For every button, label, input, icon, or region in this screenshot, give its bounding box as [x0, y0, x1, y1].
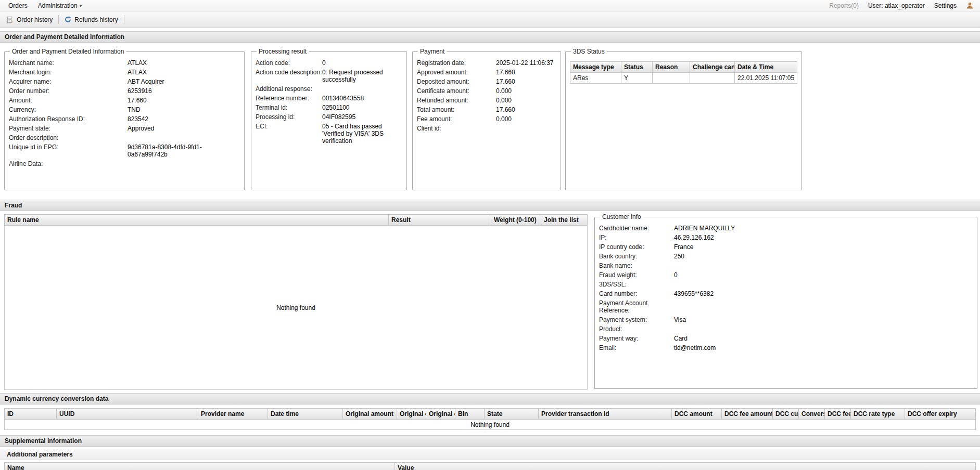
column-header: UUID: [57, 409, 198, 419]
column-header: DCC curr: [773, 409, 799, 419]
empty-message: Nothing found: [470, 421, 510, 428]
table-header-row: Name Value: [4, 462, 976, 470]
field-row: Order number:6253916: [9, 87, 240, 95]
tds-status-legend: 3DS Status: [571, 48, 607, 55]
field-label: Total amount:: [417, 106, 496, 113]
field-label: Deposited amount:: [417, 78, 496, 85]
page-title: Order and Payment Detailed Information: [5, 33, 124, 41]
column-header: DCC fee: [825, 409, 851, 419]
field-row: Fee amount:0.000: [417, 115, 556, 123]
field-value: 6253916: [128, 87, 240, 95]
field-value: 0.000: [496, 97, 556, 104]
history-tabbar: Order history Refunds history: [0, 11, 980, 28]
field-row: Product:: [599, 325, 973, 333]
field-row: Approved amount:17.660: [417, 69, 556, 76]
field-label: Payment system:: [599, 316, 674, 323]
current-user-label: User: atlax_operator: [868, 2, 925, 9]
field-row: Payment way:Card: [599, 335, 973, 342]
field-value: 46.29.126.162: [674, 234, 973, 241]
field-row: Merchant login:ATLAX: [9, 69, 240, 76]
field-label: Bank name:: [599, 262, 674, 269]
processing-result-legend: Processing result: [257, 48, 309, 55]
additional-parameters-table: Name Value: [4, 462, 976, 470]
column-header: State: [485, 409, 539, 419]
field-label: Authorization Response ID:: [9, 115, 128, 123]
customer-info-panel: Customer info Cardholder name:ADRIEN MAR…: [594, 213, 977, 389]
column-header: Weight (0-100): [491, 215, 541, 225]
menubar-right: Reports(0) User: atlax_operator Settings: [829, 2, 977, 9]
menu-administration-label: Administration: [38, 2, 78, 9]
fraud-table: Rule name Result Weight (0-100) Join the…: [4, 214, 588, 390]
field-label: Additional response:: [256, 85, 322, 93]
field-row: Action code:0: [256, 59, 402, 67]
user-icon[interactable]: [966, 2, 974, 9]
field-value: ATLAX: [128, 69, 240, 76]
column-header: DCC fee amount: [722, 409, 773, 419]
processing-result-panel: Processing result Action code:0 Action c…: [251, 48, 407, 190]
field-row: IP:46.29.126.162: [599, 234, 973, 241]
field-value: 0: [674, 271, 973, 279]
field-label: IP country code:: [599, 243, 674, 251]
fraud-area: Rule name Result Weight (0-100) Join the…: [0, 211, 980, 393]
field-value: 05 - Card has passed 'Verified by VISA' …: [322, 123, 402, 145]
field-label: Product:: [599, 325, 674, 333]
menu-administration[interactable]: Administration ▾: [33, 0, 87, 11]
top-menubar: Orders Administration ▾ Reports(0) User:…: [0, 0, 980, 11]
field-value: ATLAX: [128, 59, 240, 67]
field-value: TND: [128, 106, 240, 113]
field-row: Currency:TND: [9, 106, 240, 113]
cell-message-type: ARes: [570, 73, 621, 83]
field-row: Payment Account Reference:: [599, 299, 973, 314]
fraud-section-title: Fraud: [5, 202, 22, 209]
field-value: 439655**6382: [674, 290, 973, 297]
column-header: Join the list: [541, 215, 587, 225]
field-row: Client id:: [417, 125, 556, 132]
column-header: ID: [5, 409, 57, 419]
column-header: DCC amount: [672, 409, 722, 419]
field-row: Unique id in EPG:9d36781a-8308-4dfd-9fd1…: [9, 143, 240, 158]
field-label: ECI:: [256, 123, 322, 130]
field-label: Action code description:: [256, 69, 322, 76]
field-value: 0: Request processed successfully: [322, 69, 402, 83]
field-value: Visa: [674, 316, 973, 323]
tab-order-history[interactable]: Order history: [2, 14, 57, 25]
column-header: Provider transaction id: [539, 409, 672, 419]
field-row: Airline Data:: [9, 160, 240, 167]
column-header: Conversi: [799, 409, 825, 419]
column-header: Provider name: [198, 409, 268, 419]
table-header-row: Message type Status Reason Challenge can…: [570, 61, 797, 73]
cell-date-time: 22.01.2025 11:07:05: [735, 73, 797, 83]
tab-refunds-history-label: Refunds history: [74, 16, 118, 23]
field-label: Cardholder name:: [599, 225, 674, 232]
column-header: Original c: [426, 409, 455, 419]
column-header: Date & Time: [735, 62, 797, 72]
column-header: Bin: [455, 409, 485, 419]
field-row: ECI:05 - Card has passed 'Verified by VI…: [256, 123, 402, 145]
table-row[interactable]: ARes Y 22.01.2025 11:07:05: [570, 73, 797, 84]
section-band-detail: Order and Payment Detailed Information: [0, 31, 980, 43]
menu-orders[interactable]: Orders: [3, 0, 33, 11]
tab-refunds-history[interactable]: Refunds history: [60, 14, 122, 25]
column-header: Result: [389, 215, 491, 225]
field-label: Client id:: [417, 125, 496, 132]
field-label: Payment Account Reference:: [599, 299, 674, 314]
field-label: IP:: [599, 234, 674, 241]
column-header: Challenge cancel: [690, 62, 735, 72]
field-label: 3DS/SSL:: [599, 281, 674, 288]
column-header: Date time: [268, 409, 343, 419]
customer-info-legend: Customer info: [600, 213, 643, 220]
field-row: Additional response:: [256, 85, 402, 93]
field-value: France: [674, 243, 973, 251]
dcc-section-title: Dynamic currency conversion data: [5, 395, 108, 402]
settings-link[interactable]: Settings: [934, 2, 957, 9]
field-row: Deposited amount:17.660: [417, 78, 556, 85]
field-label: Fraud weight:: [599, 271, 674, 279]
refunds-history-icon: [65, 16, 71, 23]
table-header-row: ID UUID Provider name Date time Original…: [4, 408, 976, 420]
field-label: Certificate amount:: [417, 87, 496, 95]
reports-link[interactable]: Reports(0): [829, 2, 859, 9]
cell-reason: [653, 73, 690, 83]
field-row: Acquirer name:ABT Acquirer: [9, 78, 240, 85]
field-value: 04IF082595: [322, 113, 402, 121]
table-header-row: Rule name Result Weight (0-100) Join the…: [4, 214, 588, 226]
